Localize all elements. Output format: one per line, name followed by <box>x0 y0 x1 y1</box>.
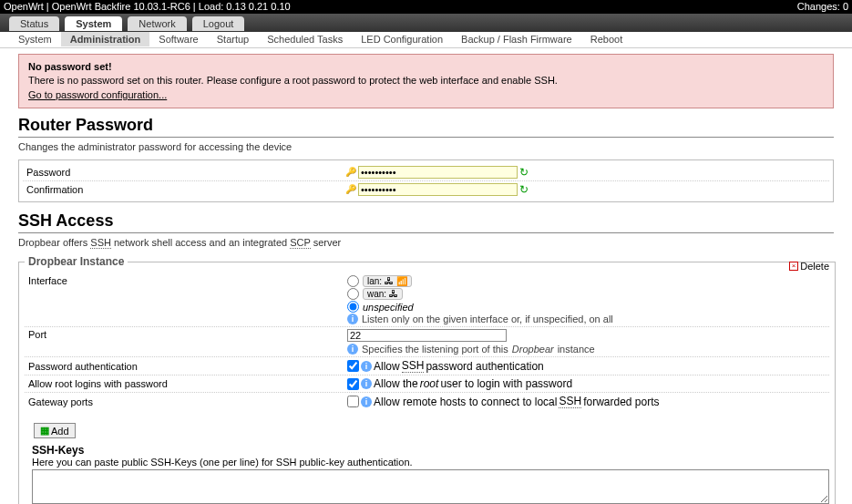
nav-network[interactable]: Network <box>128 16 186 31</box>
password-fieldset: Password 🔑 ↻ Confirmation 🔑 ↻ <box>18 159 834 202</box>
info-icon: i <box>361 378 372 389</box>
nav-system[interactable]: System <box>65 16 122 31</box>
confirmation-label: Confirmation <box>26 184 345 195</box>
nav-status[interactable]: Status <box>9 16 59 31</box>
close-icon: × <box>789 262 798 271</box>
nav-logout[interactable]: Logout <box>192 16 245 31</box>
info-icon: i <box>361 361 372 372</box>
router-password-heading: Router Password <box>18 116 834 138</box>
router-password-desc: Changes the administrator password for a… <box>18 141 834 152</box>
key-icon: 🔑 <box>345 184 356 195</box>
password-label: Password <box>26 167 345 178</box>
interface-label: Interface <box>28 275 347 286</box>
dropbear-legend: Dropbear Instance <box>25 255 128 268</box>
password-input[interactable] <box>358 166 518 179</box>
root-login-checkbox[interactable] <box>347 378 359 390</box>
port-input[interactable] <box>347 329 507 342</box>
dropbear-instance: Dropbear Instance × Delete Interface lan… <box>18 255 836 504</box>
reveal-icon[interactable]: ↻ <box>519 166 529 179</box>
no-password-warning: No password set! There is no password se… <box>18 54 834 108</box>
warning-title: No password set! <box>28 60 824 74</box>
host-info: OpenWrt | OpenWrt Backfire 10.03.1-RC6 |… <box>4 0 291 14</box>
subnav-startup[interactable]: Startup <box>208 32 258 46</box>
password-auth-label: Password authentication <box>28 361 347 372</box>
go-to-password-link[interactable]: Go to password configuration... <box>28 89 167 100</box>
info-icon: i <box>347 344 358 355</box>
port-label: Port <box>28 329 347 340</box>
scp-abbr: SCP <box>290 237 310 249</box>
add-instance-button[interactable]: ▦Add <box>34 423 76 438</box>
ssh-access-heading: SSH Access <box>18 211 834 233</box>
interface-lan-radio[interactable] <box>347 275 359 287</box>
main-nav: Status System Network Logout <box>0 14 852 32</box>
reveal-icon[interactable]: ↻ <box>519 183 529 196</box>
subnav-administration[interactable]: Administration <box>61 32 150 46</box>
interface-unspecified-radio[interactable] <box>347 301 359 313</box>
changes-counter[interactable]: Changes: 0 <box>797 0 848 14</box>
gateway-ports-checkbox[interactable] <box>347 396 359 407</box>
sub-nav: System Administration Software Startup S… <box>0 32 852 48</box>
interface-wan-radio[interactable] <box>347 288 359 300</box>
plus-icon: ▦ <box>40 425 49 437</box>
password-auth-checkbox[interactable] <box>347 360 359 372</box>
confirmation-input[interactable] <box>358 183 518 196</box>
ssh-access-desc: Dropbear offers SSH network shell access… <box>18 237 834 248</box>
ssh-abbr: SSH <box>90 237 111 249</box>
top-status-bar: OpenWrt | OpenWrt Backfire 10.03.1-RC6 |… <box>0 0 852 14</box>
ssh-keys-desc: Here you can paste public SSH-Keys (one … <box>32 457 829 468</box>
info-icon: i <box>347 314 358 324</box>
subnav-led-configuration[interactable]: LED Configuration <box>352 32 452 46</box>
info-icon: i <box>361 396 372 407</box>
subnav-scheduled-tasks[interactable]: Scheduled Tasks <box>258 32 352 46</box>
ssh-keys-title: SSH-Keys <box>32 444 829 457</box>
delete-instance-button[interactable]: × Delete <box>789 261 829 272</box>
gateway-ports-label: Gateway ports <box>28 396 347 407</box>
ssh-keys-textarea[interactable] <box>32 469 829 504</box>
key-icon: 🔑 <box>345 167 356 178</box>
root-login-label: Allow root logins with password <box>28 378 347 389</box>
subnav-software[interactable]: Software <box>149 32 207 46</box>
subnav-reboot[interactable]: Reboot <box>581 32 631 46</box>
subnav-backup-flash[interactable]: Backup / Flash Firmware <box>452 32 581 46</box>
subnav-system[interactable]: System <box>9 32 61 46</box>
warning-body: There is no password set on this router.… <box>28 74 824 87</box>
